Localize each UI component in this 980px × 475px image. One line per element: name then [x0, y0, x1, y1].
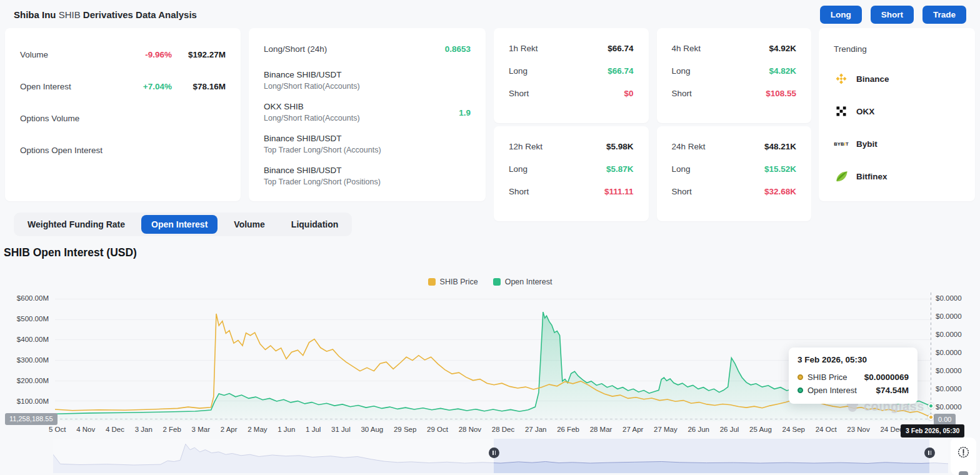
- trending-item-binance[interactable]: Binance: [834, 71, 960, 86]
- x-axis-label: 27 Jan: [525, 426, 547, 433]
- y-axis-label: $200.00M: [0, 377, 49, 384]
- ratio-item-subtitle: Top Trader Long/Short (Accounts): [264, 144, 381, 156]
- rekt-long-value: $5.87K: [606, 164, 634, 174]
- left-y-axis: $600.00M$500.00M$400.00M$300.00M$200.00M…: [0, 294, 49, 405]
- stat-label: Volume: [20, 50, 48, 59]
- ratio-item[interactable]: Binance SHIB/USDT Long/Short Ratio(Accou…: [264, 69, 471, 92]
- x-axis-label: 31 Jul: [331, 426, 351, 433]
- x-axis-label: 5 Oct: [49, 426, 66, 433]
- bybit-icon: BYBIT: [834, 136, 849, 151]
- stat-row-options-volume: Options Volume: [20, 109, 226, 127]
- rekt-long-row: Long $66.74: [509, 64, 634, 77]
- x-axis-label: 29 Sep: [394, 426, 416, 433]
- rekt-long-label: Long: [509, 66, 528, 76]
- rekt-long-value: $4.82K: [769, 66, 796, 76]
- rekt-card: 24h Rekt $48.21K Long $15.52K Short $32.…: [657, 126, 812, 221]
- legend-label: Open Interest: [505, 278, 552, 286]
- ratio-item-title: Binance SHIB/USDT: [264, 164, 381, 176]
- tooltip-date: 3 Feb 2026, 05:30: [798, 355, 909, 364]
- ratio-item-subtitle: Long/Short Ratio(Accounts): [264, 81, 360, 92]
- trending-item-label: Bybit: [856, 139, 878, 149]
- stat-row-volume: Volume -9.96% $192.27M: [20, 46, 226, 63]
- x-axis-label: 28 Dec: [492, 426, 514, 433]
- stat-change: -9.96%: [145, 50, 172, 59]
- shib-price-marker-dot: [928, 414, 934, 420]
- coin-name: Shiba Inu: [14, 9, 56, 20]
- tooltip-row-open-interest: Open Interest $74.54M: [798, 384, 909, 397]
- x-axis-label: 28 Nov: [459, 426, 481, 433]
- rekt-short-value: $0: [624, 89, 633, 98]
- rekt-long-row: Long $5.87K: [509, 162, 634, 175]
- ratio-list: Binance SHIB/USDT Long/Short Ratio(Accou…: [264, 69, 471, 188]
- rekt-title: 12h Rekt: [509, 142, 542, 151]
- x-axis-label: 26 Jul: [720, 426, 739, 433]
- y-axis-label: $0.0000: [936, 349, 977, 356]
- x-axis-label: 4 Nov: [76, 426, 95, 433]
- ratio-item[interactable]: Binance SHIB/USDT Top Trader Long/Short …: [264, 132, 471, 156]
- legend-open-interest[interactable]: Open Interest: [493, 278, 552, 286]
- rekt-short-label: Short: [672, 187, 692, 196]
- chart-legend: SHIB Price Open Interest: [0, 278, 980, 286]
- okx-icon: [834, 104, 849, 119]
- tooltip-series-value: $74.54M: [876, 386, 909, 395]
- stat-value: $78.16M: [172, 82, 226, 91]
- ratio-header-label: Long/Short (24h): [264, 44, 327, 54]
- legend-shib-price[interactable]: SHIB Price: [428, 278, 478, 286]
- rekt-cards-grid: 1h Rekt $66.74 Long $66.74 Short $0 4h R…: [494, 28, 811, 201]
- x-axis-label: 23 Nov: [847, 426, 869, 433]
- tooltip-series-value: $0.0000069: [864, 372, 909, 382]
- rekt-long-label: Long: [672, 164, 691, 174]
- stat-row-open-interest: Open Interest +7.04% $78.16M: [20, 78, 226, 95]
- chart-tooltip: 3 Feb 2026, 05:30 SHIB Price $0.0000069 …: [789, 348, 918, 404]
- tab-open-interest[interactable]: Open Interest: [141, 215, 218, 234]
- long-short-24h-row: Long/Short (24h) 0.8653: [264, 44, 471, 54]
- x-axis: 5 Oct4 Nov4 Dec3 Jan2 Feb3 Mar2 Apr2 May…: [49, 426, 903, 433]
- tab-liquidation[interactable]: Liquidation: [281, 215, 348, 234]
- trending-item-bybit[interactable]: BYBIT Bybit: [834, 136, 960, 151]
- coinglass-derivatives-page: Shiba Inu SHIB Derivatives Data Analysis…: [0, 0, 980, 475]
- y-axis-label: $100.00M: [0, 398, 49, 405]
- x-axis-label: 24 Oct: [816, 426, 837, 433]
- ratio-item[interactable]: OKX SHIB Long/Short Ratio(Accounts) 1.9: [264, 101, 471, 124]
- rekt-title: 24h Rekt: [672, 142, 706, 151]
- long-button[interactable]: Long: [820, 6, 862, 24]
- trending-card: Trending Binance OKX BYBIT Bybit Bitfine…: [819, 28, 975, 201]
- navigator-left-handle[interactable]: [489, 448, 499, 458]
- x-axis-label: 2 May: [248, 426, 267, 433]
- market-stats-card: Volume -9.96% $192.27M Open Interest +7.…: [5, 28, 241, 201]
- rekt-long-row: Long $4.82K: [672, 64, 797, 77]
- binance-icon: [834, 71, 849, 86]
- x-axis-label: 26 Jun: [688, 426, 709, 433]
- x-axis-label: 4 Dec: [106, 426, 124, 433]
- trending-item-bitfinex[interactable]: Bitfinex: [834, 169, 960, 184]
- page-header: Shiba Inu SHIB Derivatives Data Analysis…: [0, 0, 980, 29]
- rekt-short-label: Short: [509, 89, 529, 98]
- open-interest-marker-dot: [928, 403, 934, 409]
- short-button[interactable]: Short: [871, 6, 914, 24]
- trending-item-label: Binance: [856, 74, 889, 84]
- rekt-title: 1h Rekt: [509, 44, 538, 53]
- trending-item-okx[interactable]: OKX: [834, 104, 960, 119]
- tooltip-row-price: SHIB Price $0.0000069: [798, 371, 909, 384]
- indicator-alert-icon[interactable]: [957, 446, 970, 459]
- x-axis-label: 27 Apr: [622, 426, 643, 433]
- trending-item-label: OKX: [856, 107, 874, 116]
- tab-weighted-funding-rate[interactable]: Weighted Funding Rate: [18, 215, 135, 234]
- header-actions: Long Short Trade: [820, 6, 966, 24]
- rekt-long-label: Long: [509, 164, 528, 174]
- title-suffix: Derivatives Data Analysis: [83, 9, 197, 20]
- x-axis-label: 2 Feb: [162, 426, 181, 433]
- rekt-short-row: Short $0: [509, 87, 634, 99]
- tab-volume[interactable]: Volume: [224, 215, 275, 234]
- navigator-right-handle[interactable]: [924, 448, 935, 458]
- camera-icon[interactable]: [959, 471, 968, 475]
- rekt-long-value: $15.52K: [764, 164, 796, 174]
- trade-button[interactable]: Trade: [922, 6, 966, 24]
- x-axis-label: 30 Aug: [361, 426, 383, 433]
- x-axis-label: 28 Mar: [590, 426, 612, 433]
- legend-label: SHIB Price: [440, 278, 478, 286]
- stat-label: Open Interest: [20, 82, 71, 91]
- ratio-item[interactable]: Binance SHIB/USDT Top Trader Long/Short …: [264, 164, 471, 188]
- navigator-selected-range[interactable]: [494, 439, 929, 473]
- x-axis-label: 3 Jan: [135, 426, 152, 433]
